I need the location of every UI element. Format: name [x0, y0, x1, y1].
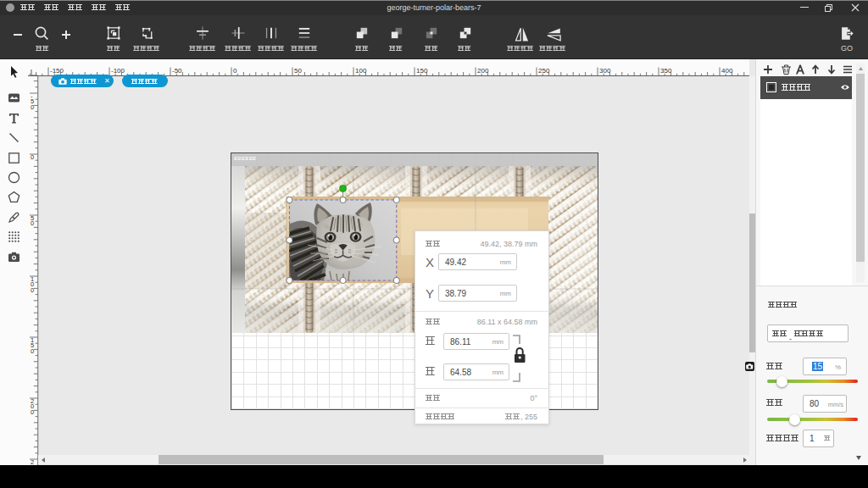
svg-text:0: 0 — [31, 408, 34, 416]
svg-text:-150: -150 — [50, 67, 64, 75]
svg-text:-50: -50 — [172, 67, 182, 75]
svg-text:0: 0 — [31, 219, 34, 227]
svg-text:0: 0 — [31, 153, 34, 161]
svg-text:0: 0 — [31, 103, 34, 111]
svg-text:-100: -100 — [111, 67, 125, 75]
svg-text:100: 100 — [355, 67, 367, 75]
svg-text:150: 150 — [416, 67, 428, 75]
svg-text:250: 250 — [538, 67, 550, 75]
svg-text:0: 0 — [233, 67, 237, 75]
svg-text:400: 400 — [721, 67, 733, 75]
svg-text:0: 0 — [31, 286, 34, 294]
svg-text:50: 50 — [294, 67, 302, 75]
svg-text:200: 200 — [477, 67, 489, 75]
svg-text:350: 350 — [660, 67, 672, 75]
svg-text:0: 0 — [31, 347, 34, 355]
svg-text:300: 300 — [599, 67, 611, 75]
